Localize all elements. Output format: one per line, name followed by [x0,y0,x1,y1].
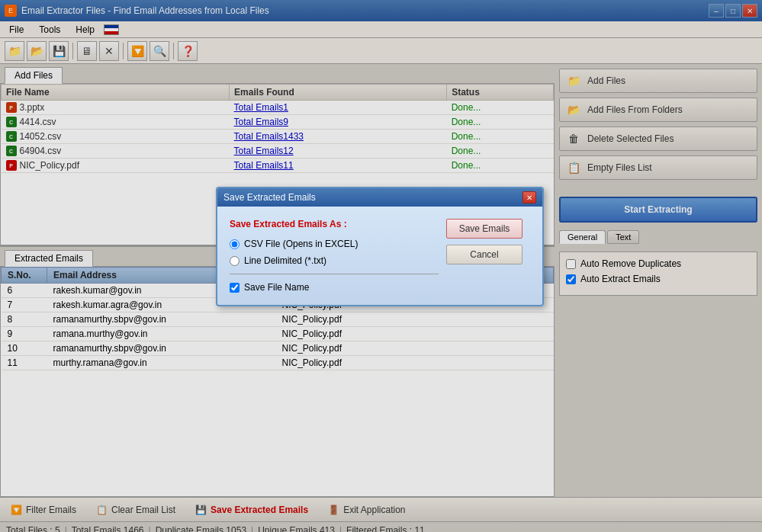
clear-email-list-button[interactable]: 📋 Clear Email List [92,502,178,518]
emails-found-link[interactable]: Total Emails1433 [234,131,304,142]
pdf-file-icon: P [6,160,17,171]
menu-file[interactable]: File [3,23,30,37]
email-table-row[interactable]: 11 murthy.ramana@gov.in NIC_Policy.pdf [2,356,554,370]
dialog-content-area: Save Extracted Emails As : CSV File (Ope… [230,219,530,293]
add-files-right-label: Add Files [587,75,625,86]
emails-found-cell: Total Emails11 [230,159,447,173]
exit-application-button[interactable]: 🚪 Exit Application [323,502,408,518]
files-tab-header: Add Files [0,64,555,83]
dialog-right: Save Emails Cancel [439,219,530,293]
general-tab[interactable]: General [559,230,606,244]
auto-extract-emails-checkbox[interactable] [566,274,576,284]
emails-found-link[interactable]: Total Emails1 [234,102,288,113]
csv-file-icon: C [6,117,17,127]
emails-found-link[interactable]: Total Emails9 [234,117,288,127]
delete-selected-button[interactable]: 🗑 Delete Selected Files [559,127,757,151]
txt-option-row: Line Delimited (*.txt) [230,255,439,266]
sno-cell: 9 [2,327,47,341]
filter-emails-button[interactable]: 🔽 Filter Emails [6,502,79,518]
dialog-close-button[interactable]: ✕ [522,191,536,204]
file-table-row[interactable]: P 3.pptx Total Emails1 Done... [2,101,554,115]
dialog-title: Save Extracted Emails [223,192,316,203]
menu-bar: File Tools Help [0,21,762,38]
email-table-row[interactable]: 9 ramana.murthy@gov.in NIC_Policy.pdf [2,327,554,341]
add-files-right-button[interactable]: 📁 Add Files [559,69,757,93]
save-emails-button[interactable]: Save Emails [446,219,522,239]
filter-toolbar-button[interactable]: 🔽 [127,41,147,61]
start-extracting-button[interactable]: Start Extracting [559,197,757,223]
add-files-folder-button[interactable]: 📂 Add Files From Folders [559,98,757,122]
file-name-cell: P NIC_Policy.pdf [2,159,230,173]
language-flag-icon[interactable] [104,24,119,35]
status-sep-2: | [149,525,151,533]
emails-found-cell: Total Emails1433 [230,130,447,144]
save-toolbar-button[interactable]: 💾 [49,41,69,61]
window-title: Email Extractor Files - Find Email Addre… [21,5,269,16]
email-table-row[interactable]: 10 ramanamurthy.sbpv@gov.in NIC_Policy.p… [2,341,554,356]
file-table-row[interactable]: C 64904.csv Total Emails12 Done... [2,144,554,159]
status-bar: Total Files : 5 | Total Emails 1466 | Du… [0,521,762,532]
add-files-folder-icon: 📂 [566,102,581,117]
close-button[interactable]: ✕ [742,4,757,18]
col-file-name: File Name [2,85,230,101]
toolbar-separator-3 [173,43,174,59]
save-file-name-checkbox[interactable] [230,283,240,293]
save-extracted-emails-button[interactable]: 💾 Save Extracted Emails [191,502,311,518]
col-status: Status [447,85,554,101]
cancel-button[interactable]: Cancel [446,245,522,264]
view-toolbar-button[interactable]: 🖥 [77,41,97,61]
unique-emails-status: Unique Emails 413 [258,525,335,533]
extracted-emails-tab[interactable]: Extracted Emails [5,250,93,267]
csv-option-row: CSV File (Opens in EXCEL) [230,239,439,249]
status-done: Done... [452,160,481,171]
right-panel: 📁 Add Files 📂 Add Files From Folders 🗑 D… [555,64,762,497]
dialog-title-bar: Save Extracted Emails ✕ [217,188,542,207]
csv-file-icon: C [6,146,17,156]
total-files-status: Total Files : 5 [6,525,60,533]
emails-found-link[interactable]: Total Emails12 [234,146,294,156]
file-table-row[interactable]: C 4414.csv Total Emails9 Done... [2,115,554,130]
filtered-emails-status: Filtered Emails : 11 [346,525,425,533]
file-name: 4414.csv [20,117,56,127]
dialog-left: Save Extracted Emails As : CSV File (Ope… [230,219,439,293]
total-emails-status: Total Emails 1466 [72,525,144,533]
file-cell: NIC_Policy.pdf [276,356,554,370]
open-toolbar-button[interactable]: 📂 [27,41,47,61]
file-name: 64904.csv [20,146,62,156]
auto-remove-duplicates-checkbox[interactable] [566,259,576,269]
file-cell: NIC_Policy.pdf [276,312,554,327]
status-sep-4: | [339,525,342,533]
file-table-row[interactable]: C 14052.csv Total Emails1433 Done... [2,130,554,144]
app-icon: E [5,5,17,17]
search-toolbar-button[interactable]: 🔍 [150,41,169,61]
file-table-row[interactable]: P NIC_Policy.pdf Total Emails11 Done... [2,159,554,173]
txt-radio[interactable] [230,256,240,266]
auto-remove-duplicates-label: Auto Remove Duplicates [580,258,681,269]
emails-found-cell: Total Emails1 [230,101,447,115]
email-cell: ramanamurthy.sbpv@gov.in [47,312,276,327]
add-files-toolbar-button[interactable]: 📁 [5,41,24,61]
duplicate-emails-status: Duplicate Emails 1053 [156,525,246,533]
help-toolbar-button[interactable]: ❓ [178,41,198,61]
save-dialog: Save Extracted Emails ✕ Save Extracted E… [216,187,544,306]
dialog-separator [230,274,439,274]
empty-list-button[interactable]: 📋 Empty Files List [559,155,757,180]
minimize-button[interactable]: – [709,4,724,18]
auto-extract-emails-label: Auto Extract Emails [580,274,661,284]
add-files-tab[interactable]: Add Files [5,67,63,84]
sno-cell: 7 [2,298,47,312]
filter-emails-label: Filter Emails [26,505,76,515]
txt-label: Line Delimited (*.txt) [244,255,326,266]
status-cell: Done... [447,101,554,115]
text-tab[interactable]: Text [607,230,639,244]
csv-radio[interactable] [230,239,240,249]
email-table-row[interactable]: 8 ramanamurthy.sbpv@gov.in NIC_Policy.pd… [2,312,554,327]
status-cell: Done... [447,144,554,159]
maximize-button[interactable]: □ [725,4,741,18]
delete-toolbar-button[interactable]: ✕ [99,41,119,61]
empty-list-icon: 📋 [566,160,581,175]
file-name: 14052.csv [20,131,62,142]
menu-help[interactable]: Help [69,23,101,37]
menu-tools[interactable]: Tools [33,23,66,37]
emails-found-link[interactable]: Total Emails11 [234,160,294,171]
